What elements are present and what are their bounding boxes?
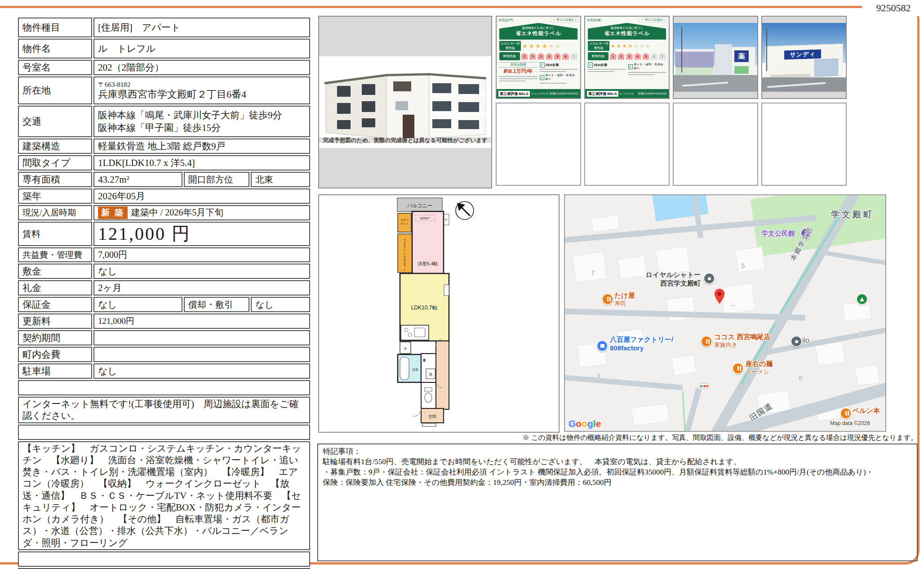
table-row: 駐車場なし bbox=[18, 363, 310, 379]
lane-marking bbox=[682, 82, 728, 87]
star-icon-conditional: ★ bbox=[640, 44, 644, 49]
bels-property-ref: ル トレフル bbox=[620, 92, 634, 96]
restaurant-poi-icon bbox=[602, 293, 613, 305]
block-number: 3 bbox=[596, 372, 600, 379]
row-label: 保証金 bbox=[18, 297, 92, 312]
map-poi-community-center: 学文公民館 bbox=[761, 229, 795, 238]
property-detail-table: 物件種目[住居用] アパート 物件名ル トレフル 号室名202（2階部分） 所在… bbox=[17, 16, 311, 569]
sun-icon: ☀ bbox=[552, 18, 555, 22]
row-value: ル トレフル bbox=[93, 39, 310, 58]
bels-house-banner: 建築物省エネ法に基づく 省エネ性能ラベル bbox=[499, 23, 578, 40]
entrance-glass bbox=[814, 58, 838, 76]
row-label: 賃料 bbox=[18, 222, 92, 246]
insulation-level: 5 bbox=[643, 53, 649, 60]
insulation-row: 断熱性能 1234567 bbox=[588, 52, 666, 60]
row-value bbox=[93, 330, 310, 345]
conditions-header: 条 件 bbox=[18, 551, 310, 567]
red-location-pin bbox=[714, 289, 725, 304]
ac-label: AC bbox=[445, 219, 448, 221]
bels-property-ref: ル トレフル 202号室 bbox=[531, 92, 548, 96]
status-text: 建築中 / 2026年5月下旬 bbox=[131, 207, 224, 217]
green-board bbox=[734, 66, 748, 74]
logo-letter: e bbox=[596, 418, 601, 429]
map-data-attribution: Map data ©2026 bbox=[830, 420, 870, 426]
balcony-label: バルコニー bbox=[407, 203, 432, 208]
rent-amount: 121,000 円 bbox=[98, 224, 191, 244]
special-notes-title: 特記事項： bbox=[323, 447, 912, 457]
cost-label: 目安光熱費 bbox=[499, 62, 538, 67]
insulation-level: 2 bbox=[618, 53, 624, 60]
map-poi-ramen: 座右の麺 bbox=[746, 360, 773, 368]
row-value: 2026年05月 bbox=[93, 188, 310, 204]
address: 兵庫県西宮市学文殿町２丁目6番4 bbox=[98, 89, 306, 100]
bels-usage: 住宅(住戸) bbox=[498, 18, 513, 22]
star-icon-conditional: ★ bbox=[555, 43, 560, 49]
renewable-text: 再エネ設備あり bbox=[645, 18, 666, 22]
table-row: 築年2026年05月 bbox=[18, 188, 310, 204]
row-label: 号室名 bbox=[18, 60, 92, 75]
table-row: 町内会費 bbox=[18, 347, 310, 362]
logo-letter: G bbox=[569, 418, 576, 429]
utility-pole bbox=[681, 27, 682, 72]
row-value: 阪神本線「鳴尾・武庫川女子大前」徒歩9分 阪神本線「甲子園」徒歩15分 bbox=[93, 106, 310, 137]
nze-row: ✓ネット・ゼロ・エネルギー bbox=[628, 63, 666, 71]
map-poi-808factory: 八百屋ファクトリー/ 808factory bbox=[610, 336, 673, 353]
table-row: 保証金 なし 償却・敷引 なし bbox=[18, 297, 310, 312]
nze-text: ネット・ゼロ・エネルギー bbox=[634, 63, 666, 71]
special-notes-line3: 保険：保険要加入 住宅保険・その他費用契約金：19,250円・室内清掃費用：60… bbox=[323, 478, 912, 488]
transport-line1: 阪神本線「鳴尾・武庫川女子大前」徒歩9分 bbox=[98, 109, 306, 121]
logo-letter: o bbox=[576, 418, 582, 429]
block-number: 8 bbox=[799, 374, 802, 382]
special-notes-box: 特記事項： 駐輪場有料1台/550円、売電開始までお時間をいただく可能性がござい… bbox=[317, 444, 918, 561]
row-value: 2ヶ月 bbox=[93, 280, 310, 296]
washer-label: 洗 bbox=[429, 372, 432, 376]
renewable-badge: ☀再エネ設備あり bbox=[640, 18, 667, 22]
row-label: 駐車場 bbox=[18, 363, 92, 379]
star-icon: ★ bbox=[522, 43, 528, 49]
google-logo: Google bbox=[569, 418, 601, 429]
remarks-text: インターネット無料です!(工事後使用可) 周辺施設は裏面をご確認ください。 bbox=[18, 397, 310, 423]
building-rendering-photo: 完成予想図のため、実際の完成後とは異なる可能性がございます bbox=[318, 16, 492, 188]
star-icon: ★ bbox=[535, 43, 541, 49]
insulation-level: 7 bbox=[571, 53, 577, 60]
bels-footer: 第三者評価 BELS ル トレフル 評価日:2025年10月10日 bbox=[585, 89, 669, 98]
row-value bbox=[93, 347, 310, 362]
fine-print-line bbox=[540, 83, 566, 84]
supermarket-sign: サンディ bbox=[785, 49, 822, 59]
table-row: 号室名202（2階部分） bbox=[18, 60, 310, 75]
row-label: 交通 bbox=[18, 106, 92, 137]
fine-print-line bbox=[628, 74, 655, 75]
row-label2: 開口部方位 bbox=[184, 172, 249, 187]
bels-house-banner: 建築物省エネ法に基づく 省エネ性能ラベル bbox=[588, 23, 666, 40]
bels-title: 省エネ性能ラベル bbox=[499, 30, 578, 37]
bels-title: 省エネ性能ラベル bbox=[588, 30, 666, 37]
building-mid bbox=[715, 44, 732, 75]
map-background bbox=[565, 195, 886, 432]
closet-label-line2: ゼット bbox=[400, 222, 409, 225]
star-icon: ★ bbox=[529, 43, 534, 49]
property-flyer-page: 9250582 物件種目[住居用] アパート 物件名ル トレフル 号室名202（… bbox=[0, 0, 924, 569]
row-label: 現況/入居時期 bbox=[18, 205, 92, 220]
equipment-header: 設 備 bbox=[18, 425, 310, 440]
energy-row-label: エネルギー消費性能 bbox=[499, 41, 521, 51]
table-row: 敷金なし bbox=[18, 264, 310, 279]
map-area-label: 学文殿町 bbox=[831, 209, 874, 220]
row-value: [住居用] アパート bbox=[93, 18, 310, 37]
ldk-label: LDK10.7帖 bbox=[411, 305, 438, 311]
renewable-text: 再エネ設備あり bbox=[556, 18, 577, 22]
check-icon: ✓ bbox=[588, 63, 593, 67]
table-row: 建築構造軽量鉄骨造 地上3階 総戸数9戸 bbox=[18, 139, 310, 154]
map-poi-bern: ベルン本 bbox=[853, 407, 880, 415]
row-label: 建築構造 bbox=[18, 139, 92, 154]
road bbox=[762, 77, 846, 92]
row-label: 共益費・管理費 bbox=[18, 247, 92, 262]
yaoya-line1: 八百屋ファクトリー/ bbox=[610, 336, 673, 344]
insulation-level: 1 bbox=[610, 53, 616, 60]
bath-label: 浴室 bbox=[412, 368, 418, 372]
drugstore-street-photo: 薬 bbox=[674, 23, 757, 92]
renewable-badge: ☀再エネ設備あり bbox=[551, 18, 578, 22]
row-value: 121,000円 bbox=[93, 314, 310, 329]
special-notes-line1: 駐輪場有料1台/550円、売電開始までお時間をいただく可能性がございます。 本貸… bbox=[323, 457, 912, 467]
restaurant-poi-icon bbox=[840, 408, 852, 419]
row-value: 〒663-8182 兵庫県西宮市学文殿町２丁目6番4 bbox=[93, 76, 310, 104]
